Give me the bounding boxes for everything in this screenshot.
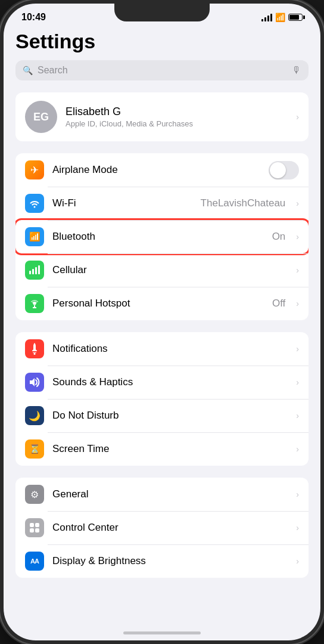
do-not-disturb-row[interactable]: 🌙 Do Not Disturb › <box>15 399 309 432</box>
screen-time-row[interactable]: ⏳ Screen Time › <box>15 432 309 466</box>
status-icons: 📶 <box>261 13 303 22</box>
avatar: EG <box>25 101 57 133</box>
general-row[interactable]: ⚙ General › <box>15 478 309 511</box>
wifi-icon <box>25 194 44 213</box>
display-brightness-label: Display & Brightness <box>52 555 288 567</box>
control-center-label: Control Center <box>52 522 288 534</box>
bluetooth-chevron-icon: › <box>296 232 299 242</box>
cellular-label: Cellular <box>52 264 288 276</box>
display-brightness-icon: AA <box>25 552 44 571</box>
sounds-haptics-label: Sounds & Haptics <box>52 376 288 388</box>
profile-chevron-icon: › <box>296 112 299 122</box>
svg-rect-12 <box>30 528 34 532</box>
airplane-mode-label: Airplane Mode <box>52 164 260 176</box>
search-placeholder: Search <box>38 65 287 76</box>
do-not-disturb-chevron-icon: › <box>296 411 299 420</box>
svg-rect-3 <box>38 265 40 274</box>
profile-info: Elisabeth G Apple ID, iCloud, Media & Pu… <box>66 106 288 128</box>
screen-time-label: Screen Time <box>52 443 288 455</box>
notch <box>114 4 210 21</box>
home-indicator <box>123 631 201 634</box>
airplane-mode-row[interactable]: ✈ Airplane Mode <box>15 153 309 187</box>
do-not-disturb-icon: 🌙 <box>25 406 44 425</box>
personal-hotspot-row[interactable]: Personal Hotspot Off › <box>15 287 309 320</box>
profile-section: EG Elisabeth G Apple ID, iCloud, Media &… <box>15 92 309 141</box>
profile-subtitle: Apple ID, iCloud, Media & Purchases <box>66 119 288 128</box>
display-brightness-row[interactable]: AA Display & Brightness › <box>15 544 309 578</box>
phone-screen: 10:49 📶 Settings 🔍 Search <box>4 4 320 640</box>
svg-rect-1 <box>32 269 34 274</box>
profile-name: Elisabeth G <box>66 106 288 118</box>
svg-rect-10 <box>30 523 34 527</box>
search-icon: 🔍 <box>23 66 33 75</box>
microphone-icon[interactable]: 🎙 <box>292 65 301 76</box>
wifi-label: Wi-Fi <box>52 197 192 209</box>
general-chevron-icon: › <box>296 490 299 499</box>
phone-frame: 10:49 📶 Settings 🔍 Search <box>0 0 324 644</box>
bluetooth-value: On <box>272 231 286 243</box>
airplane-mode-toggle[interactable] <box>269 161 299 179</box>
notifications-row[interactable]: Notifications › <box>15 332 309 366</box>
cellular-chevron-icon: › <box>296 265 299 275</box>
bluetooth-row[interactable]: 📶 Bluetooth On › <box>15 220 309 253</box>
svg-rect-0 <box>29 271 31 274</box>
sounds-haptics-chevron-icon: › <box>296 377 299 387</box>
general-icon: ⚙ <box>25 485 44 504</box>
profile-row[interactable]: EG Elisabeth G Apple ID, iCloud, Media &… <box>15 92 309 141</box>
notifications-section: Notifications › Sounds & Haptics › <box>15 332 309 466</box>
personal-hotspot-label: Personal Hotspot <box>52 298 264 309</box>
general-label: General <box>52 488 288 500</box>
content-area: Settings 🔍 Search 🎙 EG Elisabeth G Apple… <box>4 25 320 632</box>
airplane-mode-icon: ✈ <box>25 160 44 179</box>
personal-hotspot-chevron-icon: › <box>296 299 299 308</box>
page-title: Settings <box>15 25 309 60</box>
wifi-value: TheLavishChateau <box>201 197 286 209</box>
personal-hotspot-value: Off <box>272 298 285 309</box>
control-center-icon <box>25 518 44 537</box>
notifications-chevron-icon: › <box>296 344 299 354</box>
svg-rect-13 <box>35 528 39 532</box>
cellular-icon <box>25 261 44 280</box>
wifi-status-icon: 📶 <box>275 13 285 22</box>
control-center-row[interactable]: Control Center › <box>15 511 309 544</box>
screen-time-icon: ⏳ <box>25 439 44 459</box>
cellular-row[interactable]: Cellular › <box>15 253 309 287</box>
personal-hotspot-icon <box>25 294 44 313</box>
svg-point-8 <box>34 353 36 355</box>
sounds-haptics-row[interactable]: Sounds & Haptics › <box>15 366 309 399</box>
svg-rect-7 <box>33 352 36 353</box>
wifi-row[interactable]: Wi-Fi TheLavishChateau › <box>15 187 309 220</box>
signal-bars-icon <box>261 14 272 21</box>
bluetooth-label: Bluetooth <box>52 231 264 243</box>
battery-icon <box>288 14 303 21</box>
status-time: 10:49 <box>21 12 46 23</box>
svg-rect-2 <box>35 267 37 274</box>
general-section: ⚙ General › Control Center <box>15 478 309 578</box>
control-center-chevron-icon: › <box>296 523 299 532</box>
wifi-chevron-icon: › <box>296 199 299 208</box>
notifications-icon <box>25 339 44 358</box>
sounds-haptics-icon <box>25 373 44 392</box>
bluetooth-icon: 📶 <box>25 227 44 246</box>
do-not-disturb-label: Do Not Disturb <box>52 410 288 422</box>
connectivity-section: ✈ Airplane Mode Wi-Fi TheLavishChateau <box>15 153 309 320</box>
search-bar[interactable]: 🔍 Search 🎙 <box>15 60 309 80</box>
screen-time-chevron-icon: › <box>296 444 299 454</box>
notifications-label: Notifications <box>52 343 288 355</box>
svg-rect-11 <box>35 523 39 527</box>
display-brightness-chevron-icon: › <box>296 556 299 566</box>
svg-marker-9 <box>30 378 35 386</box>
